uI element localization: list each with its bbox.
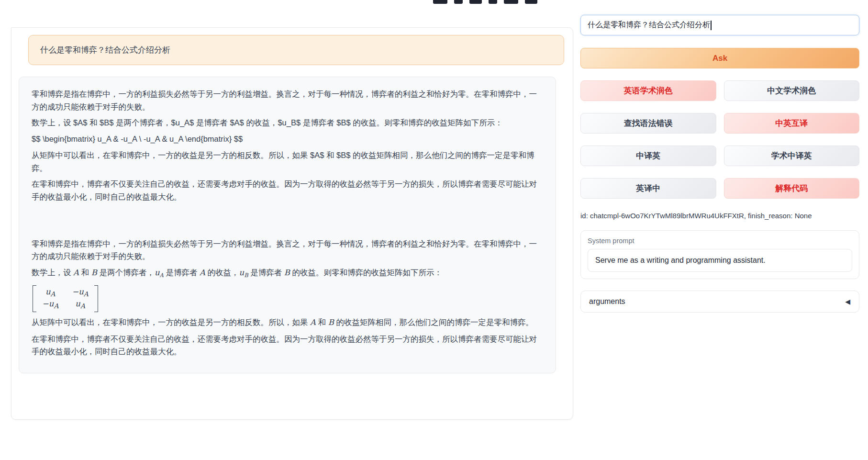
matrix-right-bracket (94, 285, 98, 312)
matrix-left-bracket (33, 285, 36, 312)
title-glyph-fragment (489, 0, 497, 4)
quick-button-grammar-check[interactable]: 查找语法错误 (580, 113, 716, 134)
user-message-bubble: 什么是零和博弈？结合公式介绍分析 (28, 35, 564, 65)
quick-button-chinese-polish[interactable]: 中文学术润色 (724, 80, 860, 101)
user-message-text: 什么是零和博弈？结合公式介绍分析 (40, 45, 170, 55)
quick-button-academic-zh-to-en[interactable]: 学术中译英 (724, 146, 860, 166)
math-var-B: B (328, 318, 334, 327)
math-var-B: B (284, 268, 290, 277)
title-glyph-fragment (433, 0, 447, 4)
arguments-accordion[interactable]: arguments ◀ (580, 291, 859, 313)
response-meta-line: id: chatcmpl-6wOo7KrYTwMl89lbrMWRu4UkFFX… (580, 212, 859, 220)
bot-message-bubble: 零和博弈是指在博弈中，一方的利益损失必然等于另一方的利益增益。换言之，对于每一种… (19, 77, 556, 373)
question-input[interactable]: 什么是零和博弈？结合公式介绍分析 (580, 15, 859, 35)
matrix-cell-12: −uA (72, 287, 88, 299)
title-glyph-fragment (454, 0, 463, 4)
title-glyph-fragment (504, 0, 518, 4)
collapse-arrow-icon[interactable]: ◀ (845, 298, 850, 305)
clipped-page-title (433, 0, 557, 4)
chatbot-panel[interactable]: Chatbot 什么是零和博弈？结合公式介绍分析 零和博弈是指在博弈中，一方的利… (11, 27, 573, 420)
quick-button-en-to-zh[interactable]: 英译中 (580, 178, 716, 199)
bot-raw-paragraph: 数学上，设 $A$ 和 $B$ 是两个博弈者，$u_A$ 是博弈者 $A$ 的收… (32, 116, 543, 129)
text-cursor (711, 21, 712, 30)
matrix-cell-21: −uA (42, 299, 58, 311)
bot-raw-paragraph: 在零和博弈中，博弈者不仅要关注自己的收益，还需要考虑对手的收益。因为一方取得的收… (32, 178, 543, 203)
title-glyph-fragment (525, 0, 537, 4)
bot-raw-paragraph: 零和博弈是指在博弈中，一方的利益损失必然等于另一方的利益增益。换言之，对于每一种… (32, 88, 543, 113)
quick-button-zh-to-en[interactable]: 中译英 (580, 146, 716, 166)
bot-rendered-math-paragraph: 从矩阵中可以看出，在零和博弈中，一方的收益是另一方的相反数。所以，如果 A 和 … (32, 316, 543, 329)
math-var-A: A (73, 268, 79, 277)
math-var-uA: uA (155, 268, 164, 277)
arguments-accordion-label: arguments (589, 297, 625, 306)
paragraph-spacer (32, 207, 543, 237)
ask-button[interactable]: Ask (580, 48, 859, 68)
bot-rendered-paragraph: 在零和博弈中，博弈者不仅要关注自己的收益，还需要考虑对手的收益。因为一方取得的收… (32, 333, 543, 358)
quick-actions-grid: 英语学术润色 中文学术润色 查找语法错误 中英互译 中译英 学术中译英 英译中 … (580, 80, 859, 199)
system-prompt-input[interactable]: Serve me as a writing and programming as… (588, 249, 852, 272)
title-glyph-fragment (469, 0, 482, 4)
quick-button-zh-en-mutual[interactable]: 中英互译 (724, 113, 860, 134)
math-var-uB: uB (239, 268, 248, 277)
bot-rendered-paragraph: 零和博弈是指在博弈中，一方的利益损失必然等于另一方的利益增益。换言之，对于每一种… (32, 237, 543, 263)
payoff-matrix: uA −uA −uA uA (33, 285, 98, 312)
quick-button-english-polish[interactable]: 英语学术润色 (580, 80, 716, 101)
math-var-B: B (91, 268, 97, 277)
bot-raw-paragraph: 从矩阵中可以看出，在零和博弈中，一方的收益是另一方的相反数。所以，如果 $A$ … (32, 149, 543, 174)
quick-button-explain-code[interactable]: 解释代码 (724, 178, 860, 199)
question-input-value: 什么是零和博弈？结合公式介绍分析 (588, 20, 710, 30)
matrix-cell-11: uA (42, 287, 58, 299)
bot-rendered-math-paragraph: 数学上，设 A 和 B 是两个博弈者，uA 是博弈者 A 的收益，uB 是博弈者… (32, 266, 543, 280)
math-var-A: A (310, 318, 316, 327)
bot-raw-latex-line: $$ \begin{bmatrix} u_A & -u_A \ -u_A & u… (32, 133, 543, 146)
system-prompt-card: System prompt Serve me as a writing and … (580, 230, 859, 279)
system-prompt-value: Serve me as a writing and programming as… (595, 256, 766, 265)
system-prompt-label: System prompt (588, 237, 852, 245)
chatbot-label: Chatbot (11, 27, 57, 28)
math-var-A: A (200, 268, 205, 277)
controls-column: 什么是零和博弈？结合公式介绍分析 Ask 英语学术润色 中文学术润色 查找语法错… (580, 15, 859, 313)
matrix-cell-22: uA (72, 299, 88, 311)
